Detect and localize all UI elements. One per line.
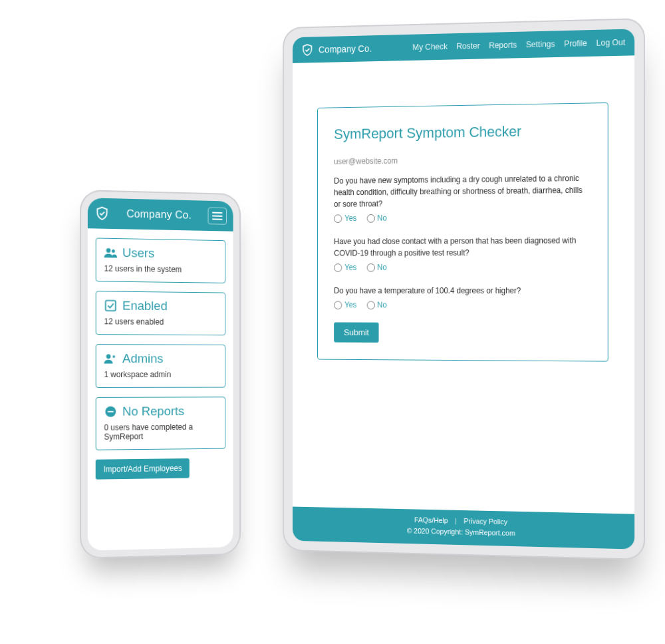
question-3-options: Yes No (334, 300, 591, 309)
admins-icon (104, 353, 118, 365)
check-icon (104, 299, 118, 311)
question-2-options: Yes No (334, 262, 591, 272)
svg-rect-5 (108, 411, 114, 412)
symptom-form: SymReport Symptom Checker user@website.c… (317, 102, 608, 362)
nav-my-check[interactable]: My Check (412, 42, 448, 52)
question-1: Do you have new symptoms including a dry… (334, 172, 591, 210)
question-2: Have you had close contact with a person… (334, 234, 591, 259)
tablet-brand: Company Co. (301, 42, 372, 57)
q2-no[interactable]: No (366, 263, 386, 272)
footer-faq[interactable]: FAQs/Help (414, 516, 448, 524)
brand-text: Company Co. (319, 43, 372, 55)
svg-rect-2 (106, 301, 116, 311)
import-employees-button[interactable]: Import/Add Employees (96, 458, 190, 480)
nav-settings[interactable]: Settings (526, 39, 555, 49)
card-users[interactable]: Users 12 users in the system (96, 238, 225, 283)
nav-profile[interactable]: Profile (564, 39, 587, 49)
q2-no-radio[interactable] (366, 263, 374, 272)
submit-button[interactable]: Submit (334, 322, 379, 342)
phone-navbar: Company Co. (88, 198, 233, 231)
question-3: Do you have a temperature of 100.4 degre… (334, 285, 591, 297)
shield-icon (94, 206, 110, 222)
tablet-footer: FAQs/Help | Privacy Policy © 2020 Copyri… (293, 506, 634, 549)
q2-yes[interactable]: Yes (334, 263, 356, 272)
nav-roster[interactable]: Roster (456, 41, 479, 51)
q3-no[interactable]: No (366, 301, 386, 310)
q3-yes-radio[interactable] (334, 301, 342, 309)
question-1-options: Yes No (334, 212, 591, 223)
card-title: No Reports (122, 404, 184, 418)
hamburger-icon[interactable] (208, 208, 227, 225)
svg-point-0 (106, 248, 111, 253)
users-icon (104, 247, 118, 259)
q1-no[interactable]: No (366, 214, 386, 223)
footer-privacy[interactable]: Privacy Policy (464, 517, 507, 526)
card-sub: 12 users enabled (104, 317, 217, 327)
tablet-frame: Company Co. My Check Roster Reports Sett… (283, 18, 645, 560)
q2-yes-radio[interactable] (334, 263, 342, 272)
card-sub: 1 workspace admin (104, 370, 217, 379)
card-no-reports[interactable]: No Reports 0 users have completed a SymR… (96, 397, 225, 450)
q1-yes-radio[interactable] (334, 214, 342, 223)
card-sub: 0 users have completed a SymReport (104, 422, 217, 442)
card-title: Users (122, 245, 154, 261)
minus-icon (104, 406, 118, 418)
shield-icon (301, 43, 314, 57)
card-admins[interactable]: Admins 1 workspace admin (96, 344, 225, 388)
phone-screen: Company Co. Users 12 users in (88, 198, 233, 550)
card-title: Admins (122, 351, 164, 366)
nav-logout[interactable]: Log Out (597, 38, 626, 48)
nav-reports[interactable]: Reports (489, 41, 517, 51)
card-enabled[interactable]: Enabled 12 users enabled (96, 291, 225, 335)
user-email: user@website.com (334, 154, 591, 166)
card-sub: 12 users in the system (104, 264, 217, 275)
svg-point-1 (112, 249, 115, 253)
tablet-nav-links: My Check Roster Reports Settings Profile… (412, 38, 625, 52)
phone-frame: Company Co. Users 12 users in (80, 190, 241, 559)
form-heading: SymReport Symptom Checker (334, 122, 591, 142)
q1-yes[interactable]: Yes (334, 214, 356, 223)
svg-point-3 (106, 354, 111, 359)
tablet-body: SymReport Symptom Checker user@website.c… (293, 55, 634, 514)
q3-no-radio[interactable] (366, 301, 374, 309)
phone-brand: Company Co. (116, 208, 201, 222)
q3-yes[interactable]: Yes (334, 300, 356, 309)
phone-body: Users 12 users in the system Enabled 12 … (88, 228, 233, 489)
q1-no-radio[interactable] (366, 214, 374, 223)
tablet-screen: Company Co. My Check Roster Reports Sett… (293, 29, 634, 549)
card-title: Enabled (122, 299, 168, 313)
